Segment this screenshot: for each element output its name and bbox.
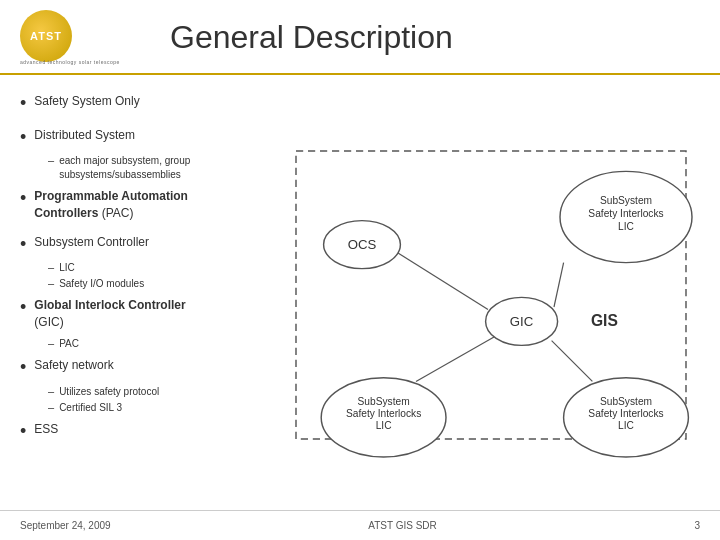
line-ocs-gic <box>398 253 488 309</box>
sub-text-lic: LIC <box>59 261 75 275</box>
sub-bullet-pac: – PAC <box>48 337 210 351</box>
subsys-br-l2: Safety Interlocks <box>588 408 663 419</box>
bullet-text-distributed: Distributed System <box>34 127 135 144</box>
logo-subtitle: advanced technology solar telescope <box>20 59 120 65</box>
sub-text-sil: Certified SIL 3 <box>59 401 122 415</box>
sub-text-protocol: Utilizes safety protocol <box>59 385 159 399</box>
bullet-gic: • Global Interlock Controller (GIC) <box>20 297 210 331</box>
bullet-text-safety-only: Safety System Only <box>34 93 139 110</box>
main-content: • Safety System Only • Distributed Syste… <box>0 75 720 505</box>
sub-bullet-subsystem: – each major subsystem, group subsystems… <box>48 154 210 182</box>
footer-date: September 24, 2009 <box>20 520 111 531</box>
bullet-text-pac: Programmable Automation Controllers (PAC… <box>34 188 210 222</box>
logo: ATST advanced technology solar telescope <box>20 10 140 65</box>
line-gic-bl <box>416 337 494 381</box>
bullet-list: • Safety System Only • Distributed Syste… <box>0 85 220 505</box>
bullet-safety-system-only: • Safety System Only <box>20 93 210 115</box>
diagram-area: OCS SubSystem Safety Interlocks LIC GIC … <box>220 85 720 505</box>
bullet-text-gic: Global Interlock Controller (GIC) <box>34 297 210 331</box>
bullet-distributed-system: • Distributed System <box>20 127 210 149</box>
bullet-dot: • <box>20 297 26 319</box>
footer-page-number: 3 <box>694 520 700 531</box>
bullet-text-subsystem-ctrl: Subsystem Controller <box>34 234 149 251</box>
header: ATST advanced technology solar telescope… <box>0 0 720 75</box>
subsys-br-l1: SubSystem <box>600 396 652 407</box>
sub-bullet-lic: – LIC <box>48 261 210 275</box>
gis-label: GIS <box>591 312 618 329</box>
bullet-text-safety-net: Safety network <box>34 357 113 374</box>
bullet-dot: • <box>20 234 26 256</box>
bullet-dot: • <box>20 188 26 210</box>
subsys-top-l3: LIC <box>618 221 634 232</box>
sub-bullet-safety-vo: – Safety I/O modules <box>48 277 210 291</box>
line-gic-top <box>554 263 564 307</box>
sub-text-subsystem: each major subsystem, group subsystems/s… <box>59 154 210 182</box>
bullet-subsystem-controller: • Subsystem Controller <box>20 234 210 256</box>
subsys-bl-l2: Safety Interlocks <box>346 408 421 419</box>
footer-center-text: ATST GIS SDR <box>368 520 437 531</box>
sub-bullets-gic: – PAC <box>48 337 210 351</box>
bullet-safety-network: • Safety network <box>20 357 210 379</box>
sub-text-safety-vo: Safety I/O modules <box>59 277 144 291</box>
sub-bullet-protocol: – Utilizes safety protocol <box>48 385 210 399</box>
sub-text-pac: PAC <box>59 337 79 351</box>
bullet-pac: • Programmable Automation Controllers (P… <box>20 188 210 222</box>
ocs-label: OCS <box>348 237 377 252</box>
logo-text: ATST <box>30 30 62 42</box>
subsys-bl-l3: LIC <box>376 420 392 431</box>
bullet-ess: • ESS <box>20 421 210 443</box>
subsys-br-l3: LIC <box>618 420 634 431</box>
footer: September 24, 2009 ATST GIS SDR 3 <box>0 510 720 540</box>
diagram-svg: OCS SubSystem Safety Interlocks LIC GIC … <box>230 90 710 500</box>
sub-bullets-distributed: – each major subsystem, group subsystems… <box>48 154 210 182</box>
line-gic-br <box>552 341 593 382</box>
subsys-top-l2: Safety Interlocks <box>588 208 663 219</box>
logo-circle: ATST <box>20 10 72 62</box>
bullet-dot: • <box>20 127 26 149</box>
sub-bullet-sil: – Certified SIL 3 <box>48 401 210 415</box>
sub-bullets-safety-net: – Utilizes safety protocol – Certified S… <box>48 385 210 415</box>
sub-bullets-controller: – LIC – Safety I/O modules <box>48 261 210 291</box>
bullet-dot: • <box>20 357 26 379</box>
bullet-text-ess: ESS <box>34 421 58 438</box>
bullet-dot: • <box>20 421 26 443</box>
bullet-dot: • <box>20 93 26 115</box>
gic-label: GIC <box>510 314 534 329</box>
page-title: General Description <box>170 19 453 56</box>
subsys-bl-l1: SubSystem <box>358 396 410 407</box>
subsys-top-l1: SubSystem <box>600 195 652 206</box>
